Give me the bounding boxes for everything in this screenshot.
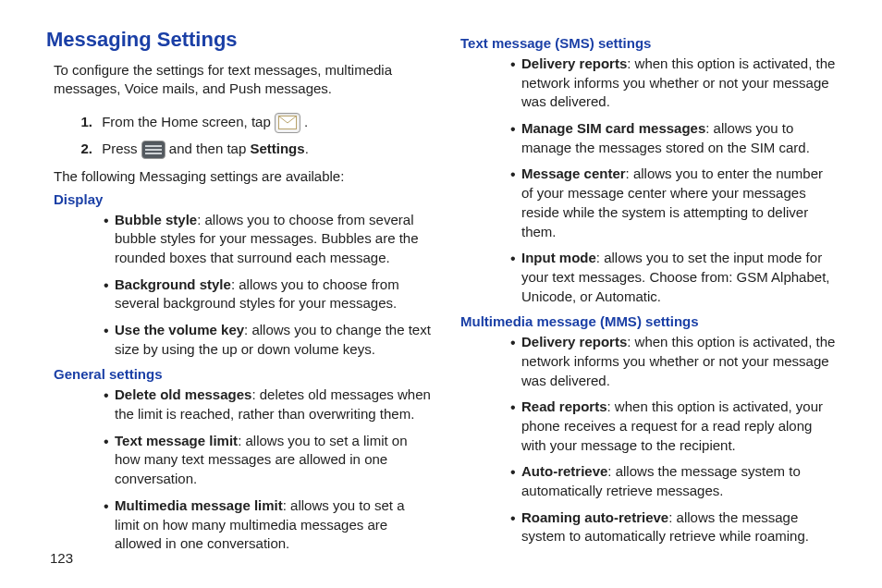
step-2: 2. Press and then tap Settings.	[72, 139, 431, 159]
step-number: 2.	[72, 139, 92, 159]
steps-list: 1. From the Home screen, tap . 2. Press	[72, 112, 431, 159]
sms-list: Delivery reports: when this option is ac…	[453, 55, 838, 306]
item-term: Delivery reports	[521, 55, 627, 71]
item-term: Delete old messages	[115, 386, 251, 402]
list-item: Auto-retrieve: allows the message system…	[510, 462, 838, 500]
menu-icon	[141, 141, 165, 159]
page-title: Messaging Settings	[46, 28, 431, 52]
item-term: Use the volume key	[115, 322, 244, 337]
display-list: Bubble style: allows you to choose from …	[46, 211, 431, 360]
general-heading: General settings	[54, 366, 431, 382]
step-text: Press	[102, 141, 141, 156]
list-item: Background style: allows you to choose f…	[104, 276, 431, 313]
list-item: Message center: allows you to enter the …	[510, 165, 838, 241]
right-column: Text message (SMS) settings Delivery rep…	[453, 28, 860, 570]
list-item: Multimedia message limit: allows you to …	[104, 496, 431, 554]
intro-paragraph: To configure the settings for text messa…	[54, 61, 423, 99]
left-column: Messaging Settings To configure the sett…	[46, 28, 453, 570]
sms-heading: Text message (SMS) settings	[460, 35, 838, 51]
item-term: Auto-retrieve	[521, 463, 607, 479]
item-term: Message center	[521, 165, 626, 181]
step-1: 1. From the Home screen, tap .	[72, 112, 431, 133]
document-page: Messaging Settings To configure the sett…	[0, 0, 882, 588]
general-list: Delete old messages: deletes old message…	[46, 386, 431, 554]
step-text-post: .	[305, 141, 309, 156]
item-term: Bubble style	[115, 212, 197, 227]
list-item: Text message limit: allows you to set a …	[104, 432, 431, 489]
list-item: Roaming auto-retrieve: allows the messag…	[510, 508, 838, 546]
display-heading: Display	[54, 191, 431, 207]
list-item: Delivery reports: when this option is ac…	[510, 333, 838, 390]
list-item: Use the volume key: allows you to change…	[104, 321, 431, 359]
available-note: The following Messaging settings are ava…	[54, 168, 423, 184]
item-term: Input mode	[521, 250, 596, 265]
list-item: Manage SIM card messages: allows you to …	[510, 119, 838, 157]
step-text: From the Home screen, tap	[102, 114, 275, 129]
mms-list: Delivery reports: when this option is ac…	[453, 333, 838, 546]
item-term: Manage SIM card messages	[521, 120, 705, 136]
step-text-post: .	[304, 114, 308, 129]
item-term: Delivery reports	[521, 334, 627, 349]
page-number: 123	[50, 550, 73, 566]
item-term: Multimedia message limit	[115, 497, 283, 513]
step-text-mid: and then tap	[169, 141, 251, 156]
list-item: Delete old messages: deletes old message…	[104, 386, 431, 423]
mms-heading: Multimedia message (MMS) settings	[460, 313, 838, 329]
item-term: Text message limit	[115, 433, 238, 448]
messaging-icon	[275, 113, 300, 133]
item-term: Read reports	[521, 398, 607, 414]
item-term: Roaming auto-retrieve	[521, 509, 668, 525]
list-item: Delivery reports: when this option is ac…	[510, 55, 838, 112]
step-number: 1.	[72, 112, 92, 132]
list-item: Bubble style: allows you to choose from …	[104, 211, 431, 268]
list-item: Read reports: when this option is activa…	[510, 398, 838, 455]
step-bold: Settings	[250, 141, 304, 156]
list-item: Input mode: allows you to set the input …	[510, 249, 838, 306]
item-term: Background style	[115, 276, 231, 292]
